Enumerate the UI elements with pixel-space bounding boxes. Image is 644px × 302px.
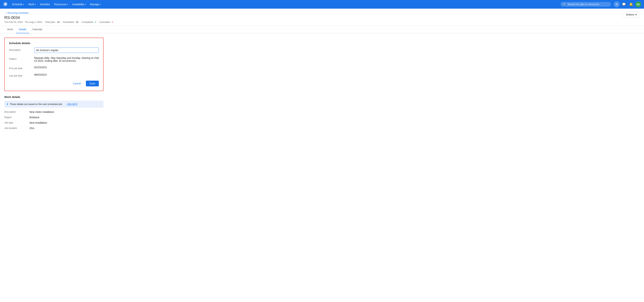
schedule-details-title: Schedule details [9,42,99,45]
meta-completed-value: 0 [95,21,96,23]
region-row: Region Brisbane [4,116,104,119]
save-button[interactable]: Save [86,81,99,86]
tab-bar: Work Details Calendar [0,26,644,33]
notifications-icon[interactable]: 🔔 [628,2,634,7]
tab-work[interactable]: Work [4,26,16,33]
region-label: Region [4,116,30,119]
info-icon: ℹ [7,102,8,106]
svg-point-2 [5,4,6,5]
meta-cancelled-value: 0 [112,21,113,23]
last-job-date-row: Last job date 08/03/2023 [9,73,99,77]
search-placeholder: Search for jobs or resources [568,3,599,6]
description-row: Description [9,48,99,53]
work-description-row: Description New meter installation [4,110,104,113]
work-chevron-icon: ▾ [35,4,36,6]
nav-manage[interactable]: Manage ▾ [88,2,102,7]
job-type-value: New installation [30,121,104,124]
first-job-date-value: 02/23/2023 [34,66,99,69]
pattern-label: Pattern [9,57,34,60]
pattern-value: Repeats daily. Skip Saturday and Sunday.… [34,57,99,62]
nav-resources[interactable]: Resources ▾ [52,2,70,7]
breadcrumb-arrow-icon: ← [4,12,7,14]
work-details-title: Work details [4,95,104,98]
global-search[interactable]: 🔍 Search for jobs or resources [560,2,611,7]
meta-scheduled-value: 10 [76,21,78,23]
description-input[interactable] [34,48,99,53]
work-description-value: New meter installation [30,110,104,113]
availability-chevron-icon: ▾ [85,4,86,6]
meta-total-label: Total jobs: [45,21,56,23]
breadcrumb-label: Recurring schedules [7,12,29,14]
info-text: These details are based on the next sche… [10,103,62,105]
header-right: Actions ▾ [623,12,640,18]
details-content: Schedule details Description Pattern Rep… [0,33,108,136]
page-title: RS-0034 [4,15,113,20]
meta-date: Thu Feb 23, 2023 - Thu Aug 3, 2023 [4,21,42,23]
page-meta: Thu Feb 23, 2023 - Thu Aug 3, 2023 · Tot… [4,21,113,23]
meta-cancelled-label: Cancelled: [99,21,110,23]
nav-availability[interactable]: Availability ▾ [70,2,88,7]
nav-work[interactable]: Work ▾ [26,2,38,7]
navigation-bar: Schedule ▾ Work ▾ Activities Resources ▾… [0,0,644,9]
header-left: ← Recurring schedules RS-0034 Thu Feb 23… [4,12,113,23]
nav-action-buttons: + 💬 🔔 EK [614,2,641,7]
job-duration-row: Job duration 2hrs [4,127,104,129]
last-job-date-value: 08/03/2023 [34,73,99,76]
job-type-row: Job type New installation [4,121,104,124]
tab-details[interactable]: Details [16,26,29,33]
app-logo[interactable] [3,2,8,7]
job-duration-label: Job duration [4,127,30,129]
job-duration-value: 2hrs [30,127,104,129]
schedule-chevron-icon: ▾ [23,4,24,6]
nav-schedule[interactable]: Schedule ▾ [10,2,26,7]
breadcrumb[interactable]: ← Recurring schedules [4,12,113,14]
meta-completed-label: Completed: [82,21,94,23]
actions-button[interactable]: Actions ▾ [623,12,640,18]
actions-label: Actions [626,13,634,16]
region-value: Brisbane [30,116,104,119]
job-link[interactable]: JOB-0076 [67,103,78,105]
description-label: Description [9,48,34,51]
main-content: ← Recurring schedules RS-0034 Thu Feb 23… [0,9,644,302]
user-avatar[interactable]: EK [636,2,641,7]
tab-calendar[interactable]: Calendar [29,26,45,33]
work-details-section: Work details ℹ These details are based o… [4,95,104,129]
work-description-label: Description [4,110,30,113]
page-header: ← Recurring schedules RS-0034 Thu Feb 23… [0,9,644,26]
search-icon: 🔍 [563,3,566,6]
resources-chevron-icon: ▾ [67,4,68,6]
last-job-date-label: Last job date [9,73,34,77]
cancel-button[interactable]: Cancel [70,81,84,86]
info-banner: ℹ These details are based on the next sc… [4,101,104,108]
meta-total-value: 10 [57,21,60,23]
chat-icon[interactable]: 💬 [621,2,627,7]
schedule-details-card: Schedule details Description Pattern Rep… [4,38,104,91]
first-job-date-label: First job date [9,66,34,70]
job-type-label: Job type [4,121,30,124]
nav-activities[interactable]: Activities [38,2,52,7]
meta-scheduled-label: Scheduled: [63,21,74,23]
pattern-row: Pattern Repeats daily. Skip Saturday and… [9,57,99,62]
card-actions: Cancel Save [9,81,99,86]
page-title-row: ← Recurring schedules RS-0034 Thu Feb 23… [4,12,640,23]
first-job-date-row: First job date 02/23/2023 [9,66,99,70]
add-button[interactable]: + [614,2,620,7]
actions-chevron-icon: ▾ [636,13,637,16]
manage-chevron-icon: ▾ [100,4,100,6]
